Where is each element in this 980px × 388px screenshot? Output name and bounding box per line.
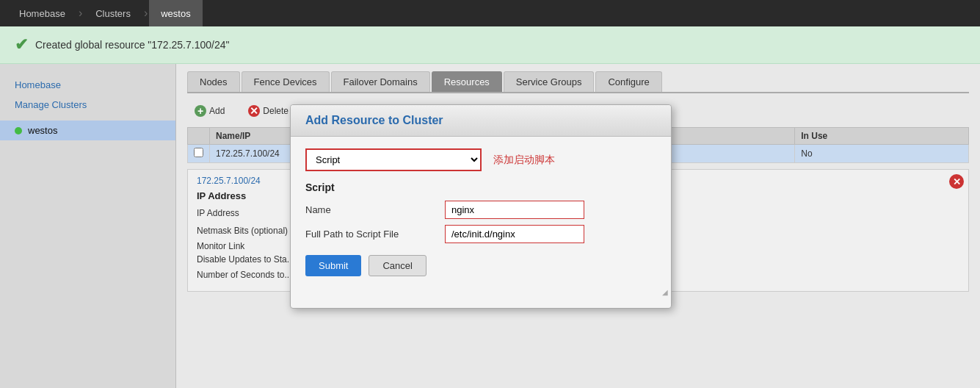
modal-cancel-button[interactable]: Cancel bbox=[369, 255, 426, 276]
success-message: Created global resource "172.25.7.100/24… bbox=[35, 39, 229, 51]
modal-resize-handle[interactable]: ◢ bbox=[291, 288, 671, 296]
modal-field-name-row: Name bbox=[305, 201, 656, 219]
modal-field-path-row: Full Path to Script File bbox=[305, 225, 656, 243]
modal-input-name[interactable] bbox=[445, 201, 584, 219]
modal-section-title: Script bbox=[305, 182, 656, 193]
modal-title: Add Resource to Cluster bbox=[305, 114, 443, 126]
modal-input-path[interactable] bbox=[445, 225, 584, 243]
breadcrumb-arrow-1: › bbox=[79, 7, 82, 20]
breadcrumb-arrow-2: › bbox=[144, 7, 148, 20]
cluster-name: westos bbox=[28, 125, 57, 136]
success-icon: ✔ bbox=[15, 35, 28, 54]
breadcrumb-homebase[interactable]: Homebase bbox=[7, 0, 77, 26]
sidebar: Homebase Manage Clusters westos bbox=[0, 64, 176, 388]
modal-field-label-name: Name bbox=[305, 204, 438, 215]
sidebar-homebase[interactable]: Homebase bbox=[0, 75, 175, 95]
resource-type-select[interactable]: Script IP Address NFS Mount NFS Export F… bbox=[305, 148, 482, 171]
sidebar-cluster-westos[interactable]: westos bbox=[0, 121, 175, 140]
breadcrumb-westos[interactable]: westos bbox=[149, 0, 202, 26]
add-resource-modal: Add Resource to Cluster Script IP Addres… bbox=[290, 104, 672, 309]
sidebar-manage-clusters[interactable]: Manage Clusters bbox=[0, 95, 175, 115]
chinese-annotation: 添加启动脚本 bbox=[493, 154, 555, 167]
breadcrumb: Homebase › Clusters › westos bbox=[7, 0, 203, 26]
modal-body: Script IP Address NFS Mount NFS Export F… bbox=[291, 137, 671, 288]
modal-field-label-path: Full Path to Script File bbox=[305, 229, 438, 240]
breadcrumb-clusters[interactable]: Clusters bbox=[84, 0, 142, 26]
modal-submit-button[interactable]: Submit bbox=[305, 255, 361, 276]
main-layout: Homebase Manage Clusters westos Nodes Fe… bbox=[0, 64, 980, 388]
cluster-status-dot bbox=[15, 127, 22, 134]
top-nav: Homebase › Clusters › westos bbox=[0, 0, 980, 26]
modal-header: Add Resource to Cluster bbox=[291, 105, 671, 137]
modal-overlay: Add Resource to Cluster Script IP Addres… bbox=[176, 64, 980, 388]
modal-select-row: Script IP Address NFS Mount NFS Export F… bbox=[305, 148, 656, 171]
modal-actions: Submit Cancel bbox=[305, 255, 656, 276]
content-area: Nodes Fence Devices Failover Domains Res… bbox=[176, 64, 980, 388]
success-banner: ✔ Created global resource "172.25.7.100/… bbox=[0, 26, 980, 64]
